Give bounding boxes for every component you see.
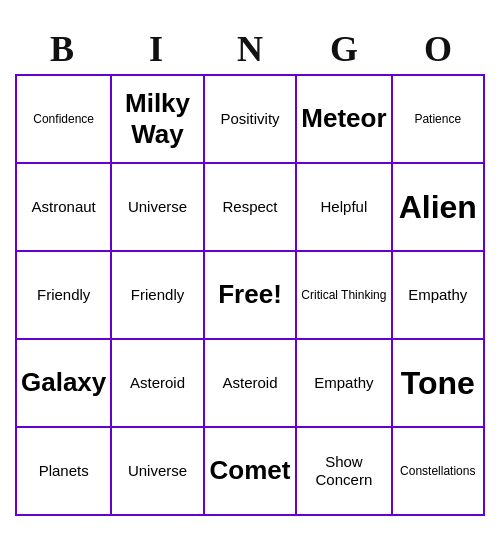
bingo-cell-r3-c0: Galaxy: [17, 340, 112, 428]
bingo-cell-r2-c0: Friendly: [17, 252, 112, 340]
header-letter-g: G: [300, 28, 388, 70]
bingo-cell-r1-c1: Universe: [112, 164, 204, 252]
bingo-cell-r3-c3: Empathy: [297, 340, 392, 428]
bingo-cell-r2-c1: Friendly: [112, 252, 204, 340]
bingo-header: BINGO: [15, 28, 485, 70]
bingo-grid: ConfidenceMilky WayPositivityMeteorPatie…: [15, 74, 485, 516]
bingo-cell-r3-c4: Tone: [393, 340, 485, 428]
bingo-cell-r4-c1: Universe: [112, 428, 204, 516]
bingo-cell-r1-c4: Alien: [393, 164, 485, 252]
header-letter-o: O: [394, 28, 482, 70]
bingo-cell-r2-c2: Free!: [205, 252, 297, 340]
bingo-cell-r1-c0: Astronaut: [17, 164, 112, 252]
bingo-cell-r0-c4: Patience: [393, 76, 485, 164]
header-letter-b: B: [18, 28, 106, 70]
bingo-cell-r2-c3: Critical Thinking: [297, 252, 392, 340]
bingo-cell-r4-c2: Comet: [205, 428, 297, 516]
bingo-cell-r1-c2: Respect: [205, 164, 297, 252]
bingo-cell-r4-c4: Constellations: [393, 428, 485, 516]
bingo-cell-r1-c3: Helpful: [297, 164, 392, 252]
bingo-cell-r0-c0: Confidence: [17, 76, 112, 164]
bingo-cell-r0-c3: Meteor: [297, 76, 392, 164]
bingo-card: BINGO ConfidenceMilky WayPositivityMeteo…: [5, 18, 495, 526]
bingo-cell-r4-c0: Planets: [17, 428, 112, 516]
bingo-cell-r4-c3: Show Concern: [297, 428, 392, 516]
bingo-cell-r0-c2: Positivity: [205, 76, 297, 164]
bingo-cell-r2-c4: Empathy: [393, 252, 485, 340]
header-letter-i: I: [112, 28, 200, 70]
bingo-cell-r3-c2: Asteroid: [205, 340, 297, 428]
bingo-cell-r0-c1: Milky Way: [112, 76, 204, 164]
bingo-cell-r3-c1: Asteroid: [112, 340, 204, 428]
header-letter-n: N: [206, 28, 294, 70]
